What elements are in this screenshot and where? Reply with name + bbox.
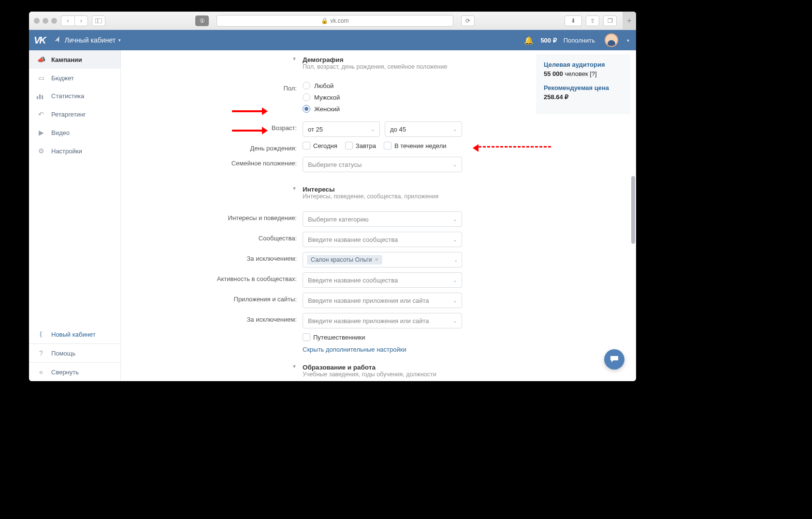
label-communities: Сообщества: <box>130 232 303 242</box>
checkbox-birthday-tomorrow[interactable]: Завтра <box>345 142 376 149</box>
vk-header: VK Личный кабинет ▾ 🔔 500 ₽ Пополнить ▾ <box>29 30 636 50</box>
chat-fab[interactable] <box>604 349 624 370</box>
sidebar-item-help[interactable]: ? Помощь <box>29 344 120 362</box>
sidebar-item-settings[interactable]: ⚙ Настройки <box>29 142 120 160</box>
label-apps: Приложения и сайты: <box>130 293 303 303</box>
chevron-down-icon[interactable]: ▼ <box>292 56 297 61</box>
remove-tag-icon[interactable]: × <box>375 256 378 263</box>
select-except-communities[interactable]: Салон красоты Ольги×⌄ <box>303 252 462 267</box>
sidebar-item-label: Статистика <box>51 92 84 100</box>
stats-icon <box>37 93 45 99</box>
checkbox-birthday-week[interactable]: В течение недели <box>384 142 447 149</box>
label-except-apps: За исключением: <box>130 313 303 323</box>
vk-logo[interactable]: VK <box>34 35 45 46</box>
share-button[interactable]: ⇪ <box>586 15 599 26</box>
section-subtitle: Учебные заведения, годы обучения, должно… <box>303 371 462 378</box>
cabinet-label: Личный кабинет <box>65 36 116 44</box>
sidebar-item-collapse[interactable]: « Свернуть <box>29 363 120 381</box>
avatar[interactable] <box>605 33 618 47</box>
radio-gender-any[interactable]: Любой <box>303 82 462 89</box>
lock-icon: 🔒 <box>321 17 328 24</box>
select-behavior[interactable]: Выберите категорию⌄ <box>303 211 462 227</box>
label-activity: Активность в сообществах: <box>130 272 303 282</box>
sidebar-item-stats[interactable]: Статистика <box>29 87 120 105</box>
aside-price-title: Рекомендуемая цена <box>544 84 623 91</box>
chevron-down-icon[interactable]: ▼ <box>292 186 297 191</box>
checkbox-icon <box>303 333 310 341</box>
hide-advanced-link[interactable]: Скрыть дополнительные настройки <box>303 346 406 353</box>
address-bar[interactable]: 🔒 vk.com <box>217 15 453 27</box>
topup-link[interactable]: Пополнить <box>564 37 595 44</box>
browser-chrome: ‹ › ① 🔒 vk.com ⟳ ⬇ ⇪ ❐ + <box>29 12 636 30</box>
tag-except-community: Салон красоты Ольги× <box>307 255 382 265</box>
chevron-down-icon: ⌄ <box>453 318 457 324</box>
sidebar-item-budget[interactable]: ▭ Бюджет <box>29 69 120 87</box>
chevron-down-icon: ⌄ <box>453 298 457 303</box>
select-age-from[interactable]: от 25⌄ <box>303 121 380 137</box>
aside-panel: Целевая аудитория 55 000 человек [?] Рек… <box>536 54 630 114</box>
tabs-button[interactable]: ❐ <box>603 15 617 26</box>
key-icon: ᛕ <box>37 330 45 338</box>
select-activity[interactable]: Введите название сообщества⌄ <box>303 272 462 288</box>
bell-icon[interactable]: 🔔 <box>524 36 534 45</box>
radio-icon <box>303 82 310 89</box>
sidebar-item-campaigns[interactable]: 📣 Кампании <box>29 50 120 69</box>
select-marital[interactable]: Выберите статусы⌄ <box>303 157 462 172</box>
sidebar: 📣 Кампании ▭ Бюджет Статистика ↶ Ретарге… <box>29 50 121 381</box>
close-window-icon[interactable] <box>34 18 40 24</box>
label-marital: Семейное положение: <box>130 157 303 167</box>
chevron-down-icon: ⌄ <box>453 217 457 222</box>
cabinet-dropdown[interactable]: Личный кабинет ▾ <box>65 36 121 44</box>
wallet-icon: ▭ <box>37 74 45 82</box>
forward-button[interactable]: › <box>74 15 88 26</box>
chevron-down-icon: ⌄ <box>453 237 457 242</box>
sidebar-item-label: Настройки <box>51 148 82 155</box>
section-title-demographics: Демография <box>303 56 462 63</box>
sidebar-item-new-cabinet[interactable]: ᛕ Новый кабинет <box>29 325 120 343</box>
sidebar-toggle-button[interactable] <box>92 15 105 26</box>
chevron-down-icon[interactable]: ▼ <box>292 364 297 369</box>
new-tab-button[interactable]: + <box>623 12 636 30</box>
chat-icon <box>609 355 619 364</box>
checkbox-travelers[interactable]: Путешественники <box>303 333 365 341</box>
radio-gender-male[interactable]: Мужской <box>303 93 462 101</box>
reload-button[interactable]: ⟳ <box>461 15 475 26</box>
chevron-down-icon: ⌄ <box>454 257 458 263</box>
chevron-down-icon: ⌄ <box>453 127 457 132</box>
chevron-down-icon: ⌄ <box>453 162 457 167</box>
traffic-lights <box>34 18 57 24</box>
sidebar-item-retargeting[interactable]: ↶ Ретаргетинг <box>29 105 120 123</box>
radio-gender-female[interactable]: Женский <box>303 105 462 113</box>
sidebar-item-label: Видео <box>51 129 70 136</box>
megaphone-icon: 📣 <box>37 56 45 63</box>
aside-price-value: 258.64 ₽ <box>544 93 623 101</box>
checkbox-birthday-today[interactable]: Сегодня <box>303 142 337 149</box>
sidebar-item-video[interactable]: ▶ Видео <box>29 123 120 142</box>
help-icon: ? <box>37 349 45 357</box>
sidebar-item-label: Помощь <box>51 350 75 357</box>
select-age-to[interactable]: до 45⌄ <box>385 121 462 137</box>
annotation-arrow <box>232 110 266 112</box>
send-icon <box>53 36 62 44</box>
download-button[interactable]: ⬇ <box>565 15 582 26</box>
chevron-down-icon[interactable]: ▾ <box>627 38 629 43</box>
section-subtitle: Интересы, поведение, сообщества, приложе… <box>303 193 462 200</box>
sidebar-item-label: Свернуть <box>51 369 79 376</box>
select-communities[interactable]: Введите название сообщества⌄ <box>303 232 462 247</box>
privacy-button[interactable]: ① <box>195 15 209 26</box>
minimize-window-icon[interactable] <box>43 18 48 24</box>
scrollbar-thumb[interactable] <box>631 176 635 244</box>
svg-rect-0 <box>95 18 102 23</box>
chevron-down-icon: ⌄ <box>453 278 457 283</box>
select-apps[interactable]: Введите название приложения или сайта⌄ <box>303 293 462 308</box>
label-gender: Пол: <box>130 82 303 92</box>
maximize-window-icon[interactable] <box>51 18 57 24</box>
select-except-apps[interactable]: Введите название приложения или сайта⌄ <box>303 313 462 328</box>
back-button[interactable]: ‹ <box>61 15 74 26</box>
annotation-arrow-dashed <box>478 146 551 148</box>
chevron-down-icon: ▾ <box>118 38 121 43</box>
sidebar-item-label: Ретаргетинг <box>51 111 86 118</box>
aside-audience-title: Целевая аудитория <box>544 61 623 68</box>
annotation-arrowhead <box>469 143 476 149</box>
checkbox-icon <box>345 142 353 149</box>
